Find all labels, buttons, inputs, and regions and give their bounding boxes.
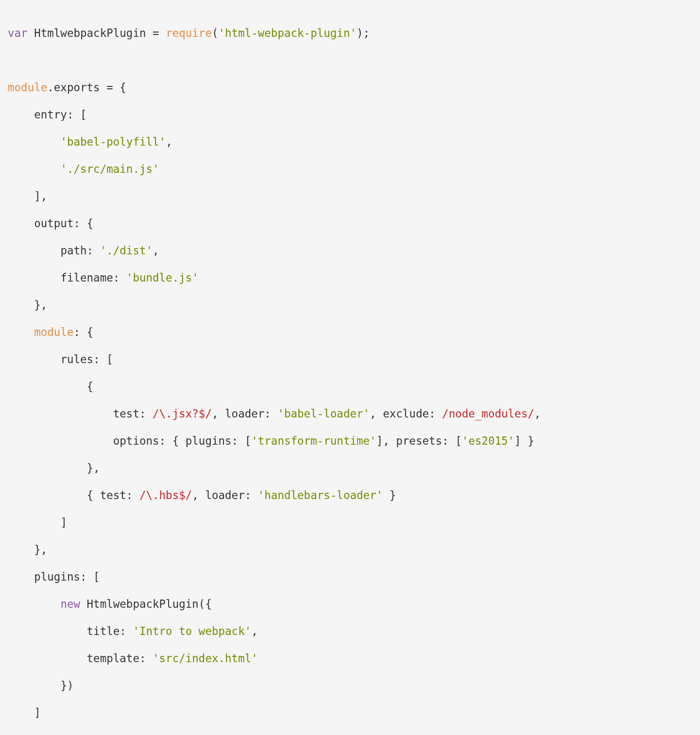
prop-loader: loader: bbox=[225, 407, 277, 420]
prop-entry: entry: bbox=[34, 108, 80, 121]
string-literal: './dist' bbox=[100, 244, 153, 257]
builtin-module: module bbox=[8, 81, 47, 94]
string-literal: 'handlebars-loader' bbox=[258, 489, 383, 501]
code-block: var HtmlwebpackPlugin = require('html-we… bbox=[0, 11, 700, 735]
prop-test: test: bbox=[100, 489, 139, 501]
prop-loader: loader: bbox=[205, 489, 257, 501]
string-literal: './src/main.js' bbox=[60, 163, 159, 175]
prop-title: title: bbox=[87, 625, 133, 637]
keyword-new: new bbox=[60, 598, 80, 610]
string-literal: 'es2015' bbox=[462, 434, 514, 447]
prop-filename: filename: bbox=[60, 271, 126, 284]
builtin-module: module bbox=[34, 326, 73, 338]
string-literal: 'src/index.html' bbox=[153, 652, 258, 665]
fn-require: require bbox=[166, 27, 212, 39]
class-name: HtmlwebpackPlugin( bbox=[87, 598, 205, 610]
prop-path: path: bbox=[60, 244, 100, 257]
regex-literal: /\.hbs$/ bbox=[139, 489, 192, 501]
prop-test: test: bbox=[113, 407, 153, 420]
prop-exclude: exclude: bbox=[383, 407, 442, 420]
keyword-var: var bbox=[8, 27, 28, 39]
prop-options: options: { plugins: [ bbox=[113, 434, 251, 447]
string-literal: 'transform-runtime' bbox=[251, 434, 376, 447]
string-literal: 'bundle.js' bbox=[126, 271, 199, 284]
string-literal: 'babel-loader' bbox=[277, 407, 370, 420]
prop-template: template: bbox=[87, 652, 153, 665]
operator-eq: = bbox=[153, 27, 159, 39]
string-literal: 'babel-polyfill' bbox=[60, 135, 166, 148]
code-content: var HtmlwebpackPlugin = require('html-we… bbox=[8, 27, 541, 735]
string-literal: 'html-webpack-plugin' bbox=[219, 27, 357, 39]
prop-output: output: bbox=[34, 217, 86, 230]
regex-literal: /\.jsx?$/ bbox=[153, 407, 212, 420]
prop-plugins: plugins: bbox=[34, 570, 93, 583]
regex-literal: /node_modules/ bbox=[442, 407, 534, 420]
string-literal: 'Intro to webpack' bbox=[133, 625, 251, 637]
prop-rules: rules: bbox=[60, 353, 106, 366]
identifier: HtmlwebpackPlugin bbox=[28, 27, 153, 39]
